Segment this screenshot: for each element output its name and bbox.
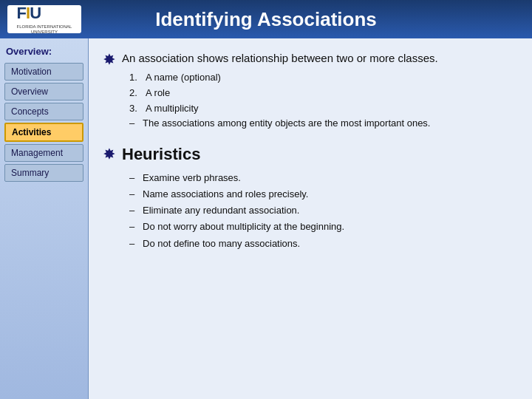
bullet-section-1: ✸ An association shows relationship betw… (103, 50, 517, 132)
dash-h5: – (129, 236, 143, 252)
dash-icon: – (129, 116, 143, 132)
dash-h4: – (129, 219, 143, 235)
bullet-star-icon-2: ✸ (103, 146, 115, 163)
dash-h3: – (129, 202, 143, 219)
bullet-content-1: An association shows relationship betwee… (122, 50, 517, 132)
dash-text-1: The associations among entity objects ar… (143, 116, 430, 132)
num-text-1: A name (optional) (146, 70, 221, 86)
heuristics-text-3: Eliminate any redundant association. (143, 202, 299, 219)
num-label-3: 3. (129, 101, 146, 117)
logo-fiu-text: FIU (17, 4, 72, 23)
page-title: Identifying Associations (155, 8, 377, 31)
sidebar-item-concepts[interactable]: Concepts (4, 103, 83, 120)
sidebar-item-summary[interactable]: Summary (4, 164, 83, 182)
heuristics-text-4: Do not worry about multiplicity at the b… (143, 219, 344, 235)
heuristics-item-2: – Name associations and roles precisely. (129, 186, 517, 202)
dash-item-1: – The associations among entity objects … (129, 116, 517, 132)
heuristics-text-1: Examine verb phrases. (143, 170, 241, 186)
sidebar-item-motivation[interactable]: Motivation (4, 63, 83, 81)
num-label-2: 2. (129, 86, 146, 101)
heuristics-text-2: Name associations and roles precisely. (143, 186, 308, 202)
main-layout: Overview: Motivation Overview Concepts A… (0, 38, 532, 399)
header: FIU FLORIDA INTERNATIONALUNIVERSITY Iden… (0, 0, 532, 38)
bullet-row-1: ✸ An association shows relationship betw… (103, 50, 517, 132)
dash-h2: – (129, 186, 143, 202)
bullet-row-2: ✸ Heuristics – Examine verb phrases. – N… (103, 145, 517, 251)
numbered-list: 1. A name (optional) 2. A role 3. A mult… (122, 70, 517, 132)
num-text-3: A multiplicity (146, 101, 199, 117)
dash-h1: – (129, 170, 143, 186)
num-label-1: 1. (129, 70, 146, 86)
content-area: ✸ An association shows relationship betw… (89, 38, 532, 399)
heuristics-heading: Heuristics (122, 145, 517, 164)
heuristics-list: – Examine verb phrases. – Name associati… (122, 170, 517, 251)
numbered-item-3: 3. A multiplicity (129, 101, 517, 117)
logo-area: FIU FLORIDA INTERNATIONALUNIVERSITY (7, 5, 81, 33)
bullet-main-text-1: An association shows relationship betwee… (122, 50, 517, 66)
sidebar-item-activities[interactable]: Activities (4, 123, 83, 142)
heuristics-item-3: – Eliminate any redundant association. (129, 202, 517, 219)
bullet-star-icon: ✸ (103, 52, 115, 68)
heuristics-item-5: – Do not define too many associations. (129, 236, 517, 252)
heuristics-item-1: – Examine verb phrases. (129, 170, 517, 186)
bullet-content-2: Heuristics – Examine verb phrases. – Nam… (122, 145, 517, 251)
sidebar: Overview: Motivation Overview Concepts A… (0, 38, 89, 399)
sidebar-item-management[interactable]: Management (4, 144, 83, 162)
logo-box: FIU FLORIDA INTERNATIONALUNIVERSITY (7, 5, 81, 33)
heuristics-item-4: – Do not worry about multiplicity at the… (129, 219, 517, 235)
numbered-item-1: 1. A name (optional) (129, 70, 517, 86)
num-text-2: A role (146, 86, 170, 101)
heuristics-text-5: Do not define too many associations. (143, 236, 300, 252)
sidebar-item-overview[interactable]: Overview (4, 83, 83, 100)
sidebar-overview-label: Overview: (4, 46, 83, 57)
logo-subtitle: FLORIDA INTERNATIONALUNIVERSITY (17, 24, 72, 35)
bullet-section-2: ✸ Heuristics – Examine verb phrases. – N… (103, 145, 517, 251)
numbered-item-2: 2. A role (129, 86, 517, 101)
